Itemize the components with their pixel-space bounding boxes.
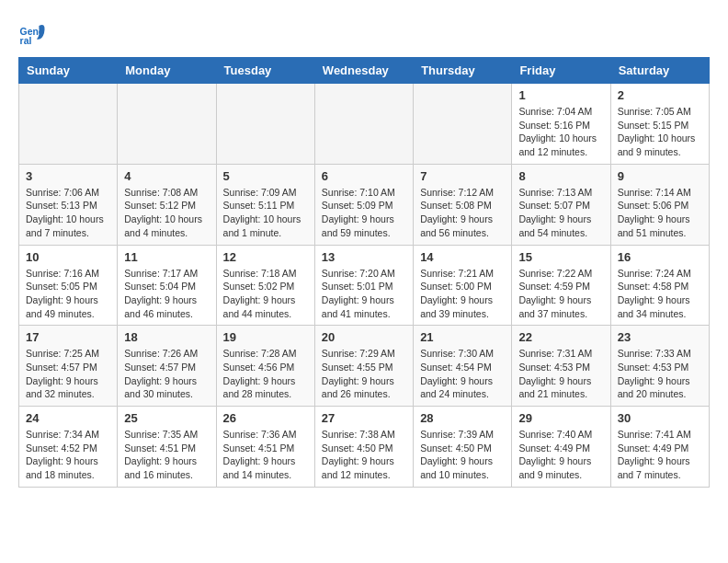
day-info: Sunrise: 7:13 AM Sunset: 5:07 PM Dayligh… [518,186,603,240]
day-number: 6 [322,169,406,183]
day-number: 8 [518,169,603,183]
day-info: Sunrise: 7:26 AM Sunset: 4:57 PM Dayligh… [124,347,209,401]
day-info: Sunrise: 7:05 AM Sunset: 5:15 PM Dayligh… [618,105,702,159]
day-info: Sunrise: 7:06 AM Sunset: 5:13 PM Dayligh… [26,186,110,240]
day-number: 30 [618,411,702,425]
calendar-cell: 28Sunrise: 7:39 AM Sunset: 4:50 PM Dayli… [414,407,512,488]
day-info: Sunrise: 7:09 AM Sunset: 5:11 PM Dayligh… [223,186,308,240]
page-header: Gene ral [18,18,710,48]
calendar-cell: 24Sunrise: 7:34 AM Sunset: 4:52 PM Dayli… [19,407,118,488]
calendar-cell [314,84,413,165]
calendar-cell: 6Sunrise: 7:10 AM Sunset: 5:09 PM Daylig… [314,164,413,245]
day-info: Sunrise: 7:18 AM Sunset: 5:02 PM Dayligh… [223,267,308,321]
day-number: 14 [420,250,505,264]
day-info: Sunrise: 7:12 AM Sunset: 5:08 PM Dayligh… [420,186,505,240]
calendar-cell: 23Sunrise: 7:33 AM Sunset: 4:53 PM Dayli… [610,326,709,407]
calendar-cell: 22Sunrise: 7:31 AM Sunset: 4:53 PM Dayli… [512,326,610,407]
day-info: Sunrise: 7:29 AM Sunset: 4:55 PM Dayligh… [322,347,406,401]
day-info: Sunrise: 7:25 AM Sunset: 4:57 PM Dayligh… [26,347,110,401]
day-info: Sunrise: 7:38 AM Sunset: 4:50 PM Dayligh… [322,428,406,482]
day-number: 9 [618,169,702,183]
calendar-cell [414,84,512,165]
calendar-cell: 9Sunrise: 7:14 AM Sunset: 5:06 PM Daylig… [610,164,709,245]
day-info: Sunrise: 7:24 AM Sunset: 4:58 PM Dayligh… [618,267,702,321]
calendar-cell: 25Sunrise: 7:35 AM Sunset: 4:51 PM Dayli… [118,407,216,488]
day-number: 22 [518,330,603,344]
day-info: Sunrise: 7:31 AM Sunset: 4:53 PM Dayligh… [518,347,603,401]
calendar-cell: 7Sunrise: 7:12 AM Sunset: 5:08 PM Daylig… [414,164,512,245]
day-number: 20 [322,330,406,344]
col-thursday: Thursday [414,58,512,84]
day-number: 11 [124,250,209,264]
day-info: Sunrise: 7:40 AM Sunset: 4:49 PM Dayligh… [518,428,603,482]
day-info: Sunrise: 7:21 AM Sunset: 5:00 PM Dayligh… [420,267,505,321]
calendar-cell: 13Sunrise: 7:20 AM Sunset: 5:01 PM Dayli… [314,245,413,326]
logo: Gene ral [18,18,50,48]
calendar-cell: 15Sunrise: 7:22 AM Sunset: 4:59 PM Dayli… [512,245,610,326]
day-number: 13 [322,250,406,264]
day-info: Sunrise: 7:20 AM Sunset: 5:01 PM Dayligh… [322,267,406,321]
calendar-body: 1Sunrise: 7:04 AM Sunset: 5:16 PM Daylig… [19,84,710,488]
calendar-cell: 16Sunrise: 7:24 AM Sunset: 4:58 PM Dayli… [610,245,709,326]
day-number: 17 [26,330,110,344]
col-friday: Friday [512,58,610,84]
day-number: 28 [420,411,505,425]
day-info: Sunrise: 7:39 AM Sunset: 4:50 PM Dayligh… [420,428,505,482]
calendar-cell: 27Sunrise: 7:38 AM Sunset: 4:50 PM Dayli… [314,407,413,488]
calendar-cell: 18Sunrise: 7:26 AM Sunset: 4:57 PM Dayli… [118,326,216,407]
calendar-cell [216,84,314,165]
calendar-cell: 21Sunrise: 7:30 AM Sunset: 4:54 PM Dayli… [414,326,512,407]
calendar-cell: 29Sunrise: 7:40 AM Sunset: 4:49 PM Dayli… [512,407,610,488]
day-number: 25 [124,411,209,425]
day-info: Sunrise: 7:08 AM Sunset: 5:12 PM Dayligh… [124,186,209,240]
day-number: 10 [26,250,110,264]
day-number: 18 [124,330,209,344]
calendar-cell: 20Sunrise: 7:29 AM Sunset: 4:55 PM Dayli… [314,326,413,407]
calendar-cell: 19Sunrise: 7:28 AM Sunset: 4:56 PM Dayli… [216,326,314,407]
day-info: Sunrise: 7:04 AM Sunset: 5:16 PM Dayligh… [518,105,603,159]
calendar-header: Sunday Monday Tuesday Wednesday Thursday… [19,58,710,84]
day-number: 2 [618,88,702,102]
day-number: 24 [26,411,110,425]
day-number: 12 [223,250,308,264]
calendar-cell [19,84,118,165]
day-info: Sunrise: 7:22 AM Sunset: 4:59 PM Dayligh… [518,267,603,321]
calendar-cell: 4Sunrise: 7:08 AM Sunset: 5:12 PM Daylig… [118,164,216,245]
logo-icon: Gene ral [18,18,48,48]
day-number: 21 [420,330,505,344]
day-number: 7 [420,169,505,183]
col-wednesday: Wednesday [314,58,413,84]
day-info: Sunrise: 7:28 AM Sunset: 4:56 PM Dayligh… [223,347,308,401]
day-number: 19 [223,330,308,344]
col-monday: Monday [118,58,216,84]
calendar-cell: 2Sunrise: 7:05 AM Sunset: 5:15 PM Daylig… [610,84,709,165]
calendar-cell: 8Sunrise: 7:13 AM Sunset: 5:07 PM Daylig… [512,164,610,245]
calendar-table: Sunday Monday Tuesday Wednesday Thursday… [18,57,710,488]
day-number: 5 [223,169,308,183]
day-number: 3 [26,169,110,183]
day-number: 1 [518,88,603,102]
day-info: Sunrise: 7:14 AM Sunset: 5:06 PM Dayligh… [618,186,702,240]
day-number: 27 [322,411,406,425]
day-info: Sunrise: 7:33 AM Sunset: 4:53 PM Dayligh… [618,347,702,401]
day-number: 26 [223,411,308,425]
day-number: 15 [518,250,603,264]
calendar-cell [118,84,216,165]
calendar-cell: 11Sunrise: 7:17 AM Sunset: 5:04 PM Dayli… [118,245,216,326]
calendar-cell: 1Sunrise: 7:04 AM Sunset: 5:16 PM Daylig… [512,84,610,165]
svg-text:ral: ral [20,36,32,46]
day-number: 4 [124,169,209,183]
col-sunday: Sunday [19,58,118,84]
day-info: Sunrise: 7:35 AM Sunset: 4:51 PM Dayligh… [124,428,209,482]
calendar-cell: 12Sunrise: 7:18 AM Sunset: 5:02 PM Dayli… [216,245,314,326]
day-info: Sunrise: 7:30 AM Sunset: 4:54 PM Dayligh… [420,347,505,401]
day-info: Sunrise: 7:10 AM Sunset: 5:09 PM Dayligh… [322,186,406,240]
day-info: Sunrise: 7:16 AM Sunset: 5:05 PM Dayligh… [26,267,110,321]
day-info: Sunrise: 7:41 AM Sunset: 4:49 PM Dayligh… [618,428,702,482]
day-info: Sunrise: 7:34 AM Sunset: 4:52 PM Dayligh… [26,428,110,482]
calendar-cell: 14Sunrise: 7:21 AM Sunset: 5:00 PM Dayli… [414,245,512,326]
calendar-cell: 17Sunrise: 7:25 AM Sunset: 4:57 PM Dayli… [19,326,118,407]
day-info: Sunrise: 7:36 AM Sunset: 4:51 PM Dayligh… [223,428,308,482]
day-info: Sunrise: 7:17 AM Sunset: 5:04 PM Dayligh… [124,267,209,321]
day-number: 23 [618,330,702,344]
